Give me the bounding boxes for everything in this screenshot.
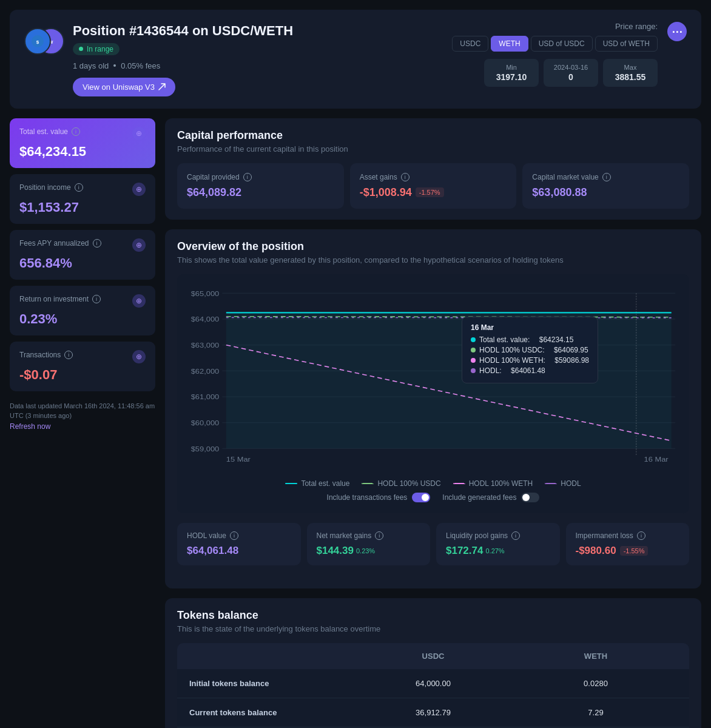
toggle-generated-fees: Include generated fees [442,493,539,502]
legend-total-line [285,483,297,484]
tooltip-hodl-weth-dot [471,358,476,363]
position-income-info-icon[interactable]: i [75,183,83,192]
meta-separator [113,64,116,67]
fees-apy-header: Fees APY annualized i ⊕ [19,238,146,252]
price-tab-usdc[interactable]: USDC [452,36,488,52]
svg-text:$: $ [36,39,39,45]
tokens-table: USDC WETH Initial tokens balance 64,000.… [177,643,689,729]
tooltip-hodl-dot [471,368,476,373]
asset-gains-info[interactable]: i [401,173,409,181]
total-est-info-icon[interactable]: i [72,127,80,136]
capital-performance-subtitle: Performance of the current capital in th… [177,144,689,153]
transactions-label: Transactions i [19,351,73,359]
sidebar: Total est. value i ⊕ $64,234.15 Position… [10,118,155,729]
tooltip-hodl-usdc-dot [471,348,476,352]
price-min-box: Min 3197.10 [484,59,539,87]
total-est-value-card: Total est. value i ⊕ $64,234.15 [10,118,155,168]
price-tab-weth[interactable]: WETH [491,36,528,52]
lp-gains-value: $172.74 [446,545,483,557]
refresh-now-link[interactable]: Refresh now [10,422,50,431]
capital-provided-value: $64,089.82 [187,186,334,199]
legend-hodl-usdc: HODL 100% USDC [362,479,440,488]
tooltip-total-row: Total est. value: $64234.15 [471,335,589,344]
roi-header: Return on investment i ⊕ [19,294,146,308]
toggle-transactions-fees-knob [422,494,429,501]
transactions-header: Transactions i ⊕ [19,350,146,363]
header-right: Price range: USDC WETH USD of USDC USD o… [452,22,687,87]
tokens-balance-subtitle: This is the state of the underlying toke… [177,624,689,633]
svg-text:$59,000: $59,000 [191,445,220,453]
market-value-card: Capital market value i $63,080.88 [522,163,689,209]
chart-container: $65,000 $64,000 $63,000 $62,000 $61,000 … [177,274,689,513]
net-market-gains-info[interactable]: i [375,531,383,540]
tooltip-hodl-weth-row: HODL 100% WETH: $59086.98 [471,356,589,365]
in-range-dot [79,47,83,51]
lp-gains-card: Liquidity pool gains i $172.74 0.27% [436,523,560,565]
main-layout: Total est. value i ⊕ $64,234.15 Position… [10,118,701,729]
tokens-balance-section: Tokens balance This is the state of the … [165,598,701,729]
price-mid-box: 2024-03-16 0 [544,59,598,87]
tooltip-hodl-usdc-row: HODL 100% USDC: $64069.95 [471,346,589,354]
usdc-logo: $ [24,28,51,55]
asset-gains-value: -$1,008.94 [360,186,412,199]
toggle-generated-fees-knob [522,494,530,501]
hodl-value-info[interactable]: i [230,531,238,540]
legend-hodl: HODL [545,479,581,488]
chart-legend: Total est. value HODL 100% USDC HODL 100… [183,474,683,490]
svg-text:16 Mar: 16 Mar [644,455,669,463]
view-uniswap-button[interactable]: View on Uniswap V3 [73,78,175,96]
header-left: $ W Position #1436544 on USDC/WETH In ra… [24,22,293,96]
roi-label: Return on investment i [19,295,101,303]
price-max-box: Max 3881.55 [603,59,658,87]
svg-text:$65,000: $65,000 [191,289,220,297]
fees-apy-info-icon[interactable]: i [93,239,101,248]
fees-apy-nav-button[interactable]: ⊕ [132,238,146,252]
toggle-transactions-fees-switch[interactable] [412,493,430,502]
chart-area: $65,000 $64,000 $63,000 $62,000 $61,000 … [183,280,683,474]
legend-total: Total est. value [285,479,349,488]
more-options-button[interactable]: ⋯ [667,22,687,41]
hodl-value-card: HODL value i $64,061.48 [177,523,301,565]
price-tab-usd-usdc[interactable]: USD of USDC [531,36,593,52]
price-range-label: Price range: [452,22,658,31]
token-logos: $ W [24,22,63,61]
position-title: Position #1436544 on USDC/WETH [73,23,293,39]
fees-apy-label: Fees APY annualized i [19,239,101,248]
roi-info-icon[interactable]: i [92,295,101,303]
tokens-balance-title: Tokens balance [177,609,689,622]
roi-nav-button[interactable]: ⊕ [132,294,146,308]
asset-gains-card: Asset gains i -$1,008.94 -1.57% [350,163,517,209]
impermanent-loss-card: Impermanent loss i -$980.60 -1.55% [566,523,690,565]
tokens-table-header: USDC WETH [177,643,689,669]
table-row: Initial tokens balance 64,000.00 0.0280 [177,669,689,698]
position-income-label: Position income i [19,183,83,192]
toggle-generated-fees-switch[interactable] [521,493,539,502]
chart-tooltip: 16 Mar Total est. value: $64234.15 HODL … [462,317,598,383]
tooltip-hodl-row: HODL: $64061.48 [471,366,589,375]
transactions-value: -$0.07 [19,367,146,383]
lp-gains-info[interactable]: i [511,531,520,540]
impermanent-loss-info[interactable]: i [637,531,645,540]
position-chart: $65,000 $64,000 $63,000 $62,000 $61,000 … [183,280,683,474]
total-est-nav-button[interactable]: ⊕ [132,127,146,140]
total-est-label: Total est. value i [19,127,80,136]
transactions-nav-button[interactable]: ⊕ [132,350,146,363]
market-value-info[interactable]: i [602,173,611,181]
overview-subtitle: This shows the total value generated by … [177,255,689,265]
legend-hodl-usdc-line [362,483,374,484]
asset-gains-badge: -1.57% [416,187,444,197]
capital-cards: Capital provided i $64,089.82 Asset gain… [177,163,689,209]
capital-performance-title: Capital performance [177,129,689,142]
legend-hodl-weth-line [453,483,465,484]
metric-cards: HODL value i $64,061.48 Net market gains… [177,523,689,565]
table-row: Current tokens balance 36,912.79 7.29 [177,698,689,727]
impermanent-loss-value: -$980.60 [576,545,616,557]
total-est-value: $64,234.15 [19,144,146,160]
net-market-gains-card: Net market gains i $144.39 0.23% [307,523,431,565]
capital-provided-info[interactable]: i [243,173,252,181]
fees-apy-value: 656.84% [19,255,146,271]
transactions-info-icon[interactable]: i [64,351,73,359]
price-tab-usd-weth[interactable]: USD of WETH [595,36,658,52]
total-est-header: Total est. value i ⊕ [19,127,146,140]
position-income-nav-button[interactable]: ⊕ [132,183,146,196]
